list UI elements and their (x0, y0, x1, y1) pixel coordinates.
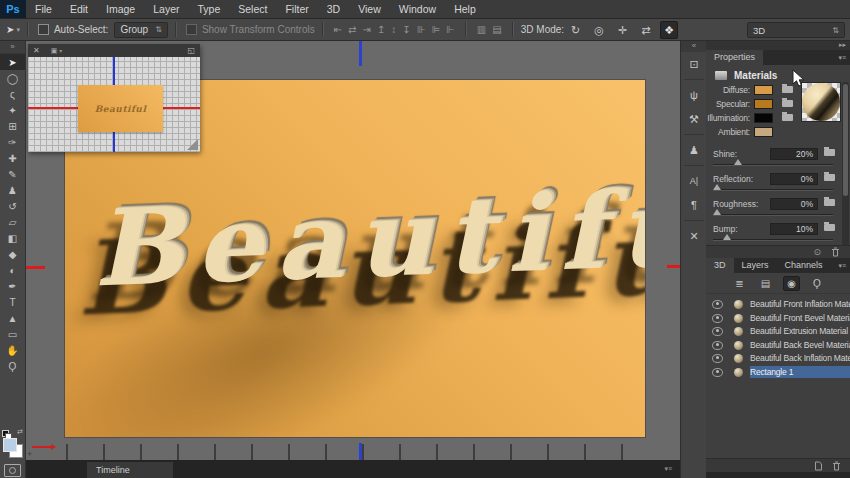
distribute-heights-icon[interactable]: ▤ (492, 24, 501, 35)
distribute-widths-icon[interactable]: ▥ (477, 24, 486, 35)
slider-thumb[interactable] (723, 234, 731, 240)
material-row[interactable]: Beautiful Extrusion Material (706, 325, 850, 337)
material-name[interactable]: Beautiful Back Inflation Mate... (750, 352, 850, 364)
path-selection-tool[interactable]: ▲ (0, 310, 25, 326)
brush-presets-panel-icon[interactable]: ψ (681, 83, 707, 107)
specular-texture-folder-icon[interactable] (782, 100, 793, 107)
swap-colors-icon[interactable]: ⇄ (17, 428, 23, 436)
bump-value[interactable]: 10% (770, 223, 818, 235)
shape-tool[interactable]: ▭ (0, 326, 25, 342)
paragraph-panel-icon[interactable]: ¶ (681, 193, 707, 217)
shine-slider[interactable] (713, 160, 833, 166)
menu-filter[interactable]: Filter (276, 0, 317, 18)
toolbar-collapse-icon[interactable]: » (0, 40, 25, 54)
visibility-eye-icon[interactable] (712, 327, 723, 336)
character-panel-icon[interactable]: A| (681, 169, 707, 193)
delete-icon[interactable] (831, 247, 840, 257)
clone-source-panel-icon[interactable]: ♟ (681, 138, 707, 162)
material-row[interactable]: Beautiful Back Inflation Mate... (706, 352, 850, 364)
menu-type[interactable]: Type (188, 0, 229, 18)
scale-camera-icon[interactable]: ❖ (660, 21, 678, 39)
tab-timeline[interactable]: Timeline (87, 462, 173, 478)
material-name[interactable]: Rectangle 1 (750, 366, 850, 378)
align-bottom-icon[interactable]: ↧ (402, 24, 410, 35)
foreground-color-swatch[interactable] (3, 438, 17, 452)
history-brush-tool[interactable]: ↺ (0, 198, 25, 214)
bump-slider[interactable] (713, 235, 833, 241)
material-name[interactable]: Beautiful Extrusion Material (750, 325, 850, 337)
material-name[interactable]: Beautiful Front Inflation Mate... (750, 298, 850, 310)
material-row[interactable]: Beautiful Front Bevel Material (706, 312, 850, 324)
quick-mask-icon[interactable] (4, 464, 21, 477)
menu-layer[interactable]: Layer (144, 0, 188, 18)
material-row[interactable]: Beautiful Front Inflation Mate... (706, 298, 850, 310)
material-preview[interactable] (801, 82, 841, 122)
tab-3d[interactable]: 3D (706, 258, 734, 273)
roughness-texture-folder-icon[interactable] (824, 199, 835, 206)
clone-stamp-tool[interactable]: ♟ (0, 182, 25, 198)
tab-layers[interactable]: Layers (734, 258, 777, 273)
auto-select-group-dropdown[interactable]: Group ⇅ (114, 22, 168, 38)
collapse-to-icons-icon[interactable]: ▸▸ (706, 40, 850, 50)
eyedropper-tool[interactable]: ✑ (0, 134, 25, 150)
info-panel-icon[interactable]: ⊡ (681, 52, 707, 76)
3d-text[interactable]: Beautiful (91, 163, 645, 310)
dodge-tool[interactable]: ◐ (0, 262, 25, 278)
menu-view[interactable]: View (349, 0, 390, 18)
tab-channels[interactable]: Channels (777, 258, 831, 273)
material-name[interactable]: Beautiful Back Bevel Material (750, 339, 850, 351)
pen-tool[interactable]: ✒ (0, 278, 25, 294)
distribute-right-icon[interactable]: ⊩ (446, 24, 455, 35)
brush-panel-icon[interactable]: ⚒ (681, 107, 707, 131)
align-hcenter-icon[interactable]: ⇄ (348, 24, 356, 35)
slider-thumb[interactable] (713, 209, 721, 215)
workspace-switcher-dropdown[interactable]: 3D ⇅ (747, 22, 845, 38)
distribute-left-icon[interactable]: ⊪ (417, 24, 426, 35)
panel-menu-icon[interactable]: ▾≡ (838, 50, 850, 65)
specular-color-swatch[interactable] (754, 99, 773, 109)
lasso-tool[interactable]: ς (0, 86, 25, 102)
menu-select[interactable]: Select (229, 0, 276, 18)
blur-tool[interactable]: ◆ (0, 246, 25, 262)
toggle-visibility-icon[interactable]: ⊙ (813, 247, 821, 257)
shine-texture-folder-icon[interactable] (824, 149, 835, 156)
visibility-eye-icon[interactable] (712, 341, 723, 350)
material-name[interactable]: Beautiful Front Bevel Material (750, 312, 850, 324)
chevron-down-icon[interactable]: ▾ (59, 47, 62, 54)
filter-meshes-icon[interactable]: ▤ (757, 276, 774, 291)
marquee-tool[interactable]: ◯ (0, 70, 25, 86)
shine-value[interactable]: 20% (770, 148, 818, 160)
tool-preset-caret-icon[interactable]: ▾ (16, 26, 20, 34)
visibility-eye-icon[interactable] (712, 368, 723, 377)
menu-image[interactable]: Image (97, 0, 144, 18)
roll-camera-icon[interactable]: ◎ (590, 21, 608, 39)
menu-file[interactable]: File (26, 0, 61, 18)
align-right-icon[interactable]: ⇥ (363, 24, 371, 35)
visibility-eye-icon[interactable] (712, 300, 723, 309)
show-transform-checkbox[interactable] (186, 24, 197, 35)
panel-menu-icon[interactable]: ▾≡ (838, 258, 850, 273)
type-tool[interactable]: T (0, 294, 25, 310)
illumination-texture-folder-icon[interactable] (782, 114, 793, 121)
view-select-icon[interactable]: ▣ (45, 47, 60, 55)
delete-icon[interactable] (832, 461, 841, 471)
roughness-value[interactable]: 0% (770, 198, 818, 210)
menu-window[interactable]: Window (390, 0, 445, 18)
swap-view-icon[interactable]: ◱ (187, 46, 200, 55)
auto-select-checkbox[interactable] (38, 24, 49, 35)
move-tool[interactable]: ➤ (0, 54, 25, 70)
illumination-color-swatch[interactable] (754, 113, 773, 123)
filter-lights-icon[interactable]: Ϙ (809, 276, 825, 291)
expand-panels-icon[interactable]: « (681, 40, 707, 52)
material-row[interactable]: Beautiful Back Bevel Material (706, 339, 850, 351)
filter-materials-icon[interactable]: ◉ (783, 276, 800, 291)
bump-texture-folder-icon[interactable] (824, 224, 835, 231)
tool-presets-panel-icon[interactable]: ✕ (681, 224, 707, 248)
slide-camera-icon[interactable]: ⇄ (637, 21, 654, 39)
close-icon[interactable]: ✕ (28, 46, 45, 55)
secondary-view-viewport[interactable]: Beautiful (28, 57, 200, 152)
align-top-icon[interactable]: ↥ (377, 24, 385, 35)
filter-scene-icon[interactable]: ≣ (731, 276, 747, 291)
tab-properties[interactable]: Properties (706, 50, 763, 65)
align-vcenter-icon[interactable]: ↕ (391, 24, 396, 35)
